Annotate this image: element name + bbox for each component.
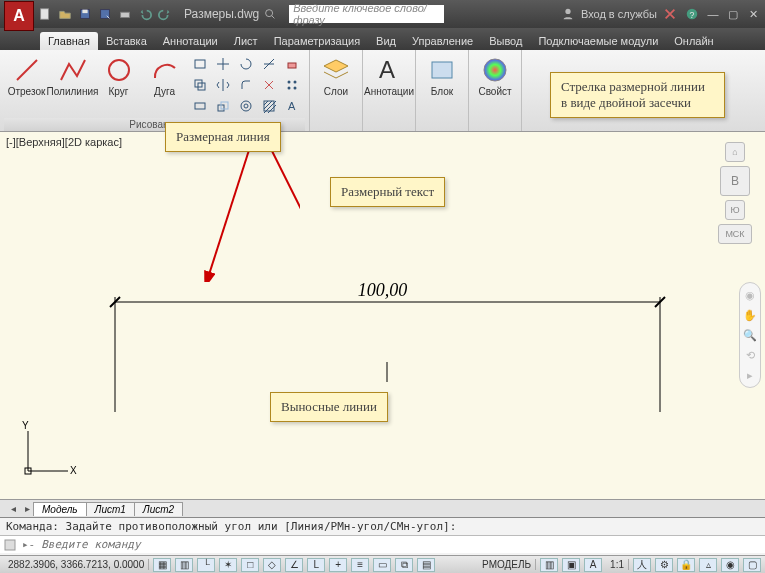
tab-output[interactable]: Вывод (481, 32, 530, 50)
model-tab[interactable]: Модель (33, 502, 87, 516)
line-button[interactable]: Отрезок (5, 52, 49, 99)
qat-redo-icon[interactable] (156, 5, 174, 23)
wcs-label[interactable]: МСК (718, 224, 752, 244)
orbit-icon[interactable]: ⟲ (742, 347, 758, 363)
sb-layout-icon[interactable]: ▥ (540, 558, 558, 572)
tab-scroll-right-icon[interactable]: ▸ (20, 502, 34, 516)
qat-undo-icon[interactable] (136, 5, 154, 23)
drawing-canvas[interactable]: [-][Верхняя][2D каркас] 100,00 X Y ⌂ В Ю… (0, 132, 765, 499)
tab-manage[interactable]: Управление (404, 32, 481, 50)
qat-plot-icon[interactable] (116, 5, 134, 23)
annotation-button[interactable]: AАннотации (367, 52, 411, 99)
command-handle-icon[interactable] (3, 538, 17, 552)
sb-annoscale-icon[interactable]: A (584, 558, 602, 572)
tab-parametric[interactable]: Параметризация (266, 32, 368, 50)
sb-dyn-icon[interactable]: + (329, 558, 347, 572)
qat-open-icon[interactable] (56, 5, 74, 23)
sb-qp-icon[interactable]: ⧉ (395, 558, 413, 572)
sb-polar-icon[interactable]: ✶ (219, 558, 237, 572)
array-icon[interactable] (281, 75, 303, 95)
showmotion-icon[interactable]: ▸ (742, 367, 758, 383)
tab-insert[interactable]: Вставка (98, 32, 155, 50)
arc-button[interactable]: Дуга (143, 52, 187, 99)
tab-view[interactable]: Вид (368, 32, 404, 50)
zoom-icon[interactable]: 🔍 (742, 327, 758, 343)
sb-isolate-icon[interactable]: ◉ (721, 558, 739, 572)
sb-sc-icon[interactable]: ▤ (417, 558, 435, 572)
keyword-search-input[interactable]: Введите ключевое слово/фразу (289, 5, 444, 23)
sb-otrack-icon[interactable]: ∠ (285, 558, 303, 572)
coords-readout[interactable]: 2882.3906, 3366.7213, 0.0000 (4, 559, 149, 570)
move-icon[interactable] (212, 54, 234, 74)
scale-icon[interactable] (212, 96, 234, 116)
tab-layout[interactable]: Лист (226, 32, 266, 50)
app-logo[interactable]: A (4, 1, 34, 31)
sb-snap-icon[interactable]: ▦ (153, 558, 171, 572)
viewcube[interactable]: ⌂ В Ю МСК (711, 142, 759, 244)
block-button[interactable]: Блок (420, 52, 464, 99)
erase-icon[interactable] (281, 54, 303, 74)
circle-button[interactable]: Круг (97, 52, 141, 99)
sb-ws-icon[interactable]: ⚙ (655, 558, 673, 572)
viewcube-face[interactable]: В (720, 166, 750, 196)
tab-scroll-left-icon[interactable]: ◂ (6, 502, 20, 516)
close-button[interactable]: ✕ (745, 7, 761, 21)
fillet-icon[interactable] (235, 75, 257, 95)
tab-home[interactable]: Главная (40, 32, 98, 50)
sb-annovis-icon[interactable]: 人 (633, 558, 651, 572)
offset-icon[interactable] (235, 96, 257, 116)
viewport-label[interactable]: [-][Верхняя][2D каркас] (6, 136, 122, 148)
sb-lwt-icon[interactable]: ≡ (351, 558, 369, 572)
minimize-button[interactable]: — (705, 7, 721, 21)
layout1-tab[interactable]: Лист1 (86, 502, 135, 516)
tab-plugins[interactable]: Подключаемые модули (530, 32, 666, 50)
sb-maximize-icon[interactable]: ▣ (562, 558, 580, 572)
layers-button[interactable]: Слои (314, 52, 358, 99)
signin-link[interactable]: Вход в службы (581, 8, 657, 20)
maximize-button[interactable]: ▢ (725, 7, 741, 21)
search-icon[interactable] (261, 5, 279, 23)
tab-annotate[interactable]: Аннотации (155, 32, 226, 50)
ucs-icon[interactable]: X Y (18, 421, 78, 481)
sb-tpy-icon[interactable]: ▭ (373, 558, 391, 572)
polyline-button[interactable]: Полилиния (51, 52, 95, 99)
properties-button[interactable]: Свойст (473, 52, 517, 99)
sb-ortho-icon[interactable]: └ (197, 558, 215, 572)
fullnav-icon[interactable]: ◉ (742, 287, 758, 303)
layout2-tab[interactable]: Лист2 (134, 502, 183, 516)
home-icon[interactable]: ⌂ (725, 142, 745, 162)
callout-arrows (0, 132, 300, 282)
copy-icon[interactable] (189, 75, 211, 95)
layers-icon (320, 54, 352, 86)
qat-saveas-icon[interactable] (96, 5, 114, 23)
explode-icon[interactable] (258, 75, 280, 95)
sb-lock-icon[interactable]: 🔒 (677, 558, 695, 572)
trim-icon[interactable] (258, 54, 280, 74)
text-icon[interactable]: A (281, 96, 303, 116)
rotate-icon[interactable] (235, 54, 257, 74)
sb-hardware-icon[interactable]: ▵ (699, 558, 717, 572)
sb-modelspace[interactable]: РМОДЕЛЬ (478, 559, 536, 570)
command-input[interactable] (37, 538, 765, 551)
tab-online[interactable]: Онлайн (666, 32, 721, 50)
mirror-icon[interactable] (212, 75, 234, 95)
sb-ducs-icon[interactable]: L (307, 558, 325, 572)
svg-rect-2 (82, 10, 87, 14)
help-icon[interactable]: ? (683, 5, 701, 23)
stretch-icon[interactable] (189, 96, 211, 116)
ribbon-group-properties: Свойст (469, 50, 522, 131)
navigation-bar[interactable]: ◉ ✋ 🔍 ⟲ ▸ (739, 282, 761, 388)
compass[interactable]: Ю (725, 200, 745, 220)
sb-grid-icon[interactable]: ▥ (175, 558, 193, 572)
signin-icon[interactable] (559, 5, 577, 23)
sb-scale[interactable]: 1:1 (606, 559, 629, 570)
hatch-icon[interactable] (258, 96, 280, 116)
rectangle-icon[interactable] (189, 54, 211, 74)
sb-clean-icon[interactable]: ▢ (743, 558, 761, 572)
sb-3dosnap-icon[interactable]: ◇ (263, 558, 281, 572)
qat-save-icon[interactable] (76, 5, 94, 23)
exchange-icon[interactable] (661, 5, 679, 23)
pan-icon[interactable]: ✋ (742, 307, 758, 323)
sb-osnap-icon[interactable]: □ (241, 558, 259, 572)
qat-new-icon[interactable] (36, 5, 54, 23)
